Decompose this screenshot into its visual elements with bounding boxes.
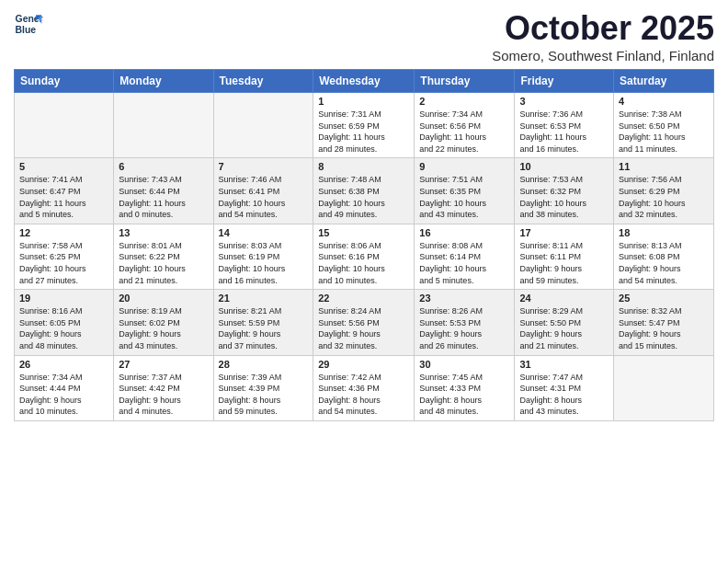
day-info: Sunrise: 8:03 AM Sunset: 6:19 PM Dayligh… <box>219 240 309 286</box>
month-title: October 2025 <box>492 9 714 48</box>
calendar-cell: 24Sunrise: 8:29 AM Sunset: 5:50 PM Dayli… <box>515 290 614 355</box>
calendar-cell <box>213 93 313 158</box>
day-info: Sunrise: 7:43 AM Sunset: 6:44 PM Dayligh… <box>119 174 208 220</box>
day-number: 27 <box>119 359 208 370</box>
calendar-cell: 17Sunrise: 8:11 AM Sunset: 6:11 PM Dayli… <box>515 224 614 289</box>
day-info: Sunrise: 8:08 AM Sunset: 6:14 PM Dayligh… <box>419 240 509 286</box>
header-friday: Friday <box>515 70 614 93</box>
day-number: 12 <box>19 227 108 238</box>
day-info: Sunrise: 8:13 AM Sunset: 6:08 PM Dayligh… <box>619 240 709 286</box>
day-info: Sunrise: 8:21 AM Sunset: 5:59 PM Dayligh… <box>219 305 309 351</box>
day-number: 5 <box>19 161 108 172</box>
day-info: Sunrise: 7:39 AM Sunset: 4:39 PM Dayligh… <box>219 372 309 418</box>
logo-icon: General Blue <box>14 9 43 39</box>
day-number: 17 <box>519 227 609 238</box>
day-number: 10 <box>519 161 609 172</box>
day-number: 4 <box>619 96 709 107</box>
day-number: 23 <box>419 293 509 304</box>
calendar-cell: 12Sunrise: 7:58 AM Sunset: 6:25 PM Dayli… <box>15 224 114 289</box>
day-number: 11 <box>619 161 709 172</box>
day-number: 19 <box>19 293 108 304</box>
day-number: 15 <box>318 227 409 238</box>
day-number: 7 <box>219 161 309 172</box>
calendar-cell: 16Sunrise: 8:08 AM Sunset: 6:14 PM Dayli… <box>415 224 515 289</box>
calendar-cell: 31Sunrise: 7:47 AM Sunset: 4:31 PM Dayli… <box>515 355 614 420</box>
header-monday: Monday <box>114 70 213 93</box>
header-wednesday: Wednesday <box>313 70 415 93</box>
day-info: Sunrise: 7:31 AM Sunset: 6:59 PM Dayligh… <box>318 109 409 155</box>
calendar-cell: 18Sunrise: 8:13 AM Sunset: 6:08 PM Dayli… <box>614 224 714 289</box>
day-number: 14 <box>219 227 309 238</box>
calendar-cell: 22Sunrise: 8:24 AM Sunset: 5:56 PM Dayli… <box>313 290 415 355</box>
calendar-cell <box>114 93 213 158</box>
day-info: Sunrise: 7:53 AM Sunset: 6:32 PM Dayligh… <box>519 174 609 220</box>
day-number: 13 <box>119 227 208 238</box>
day-info: Sunrise: 8:16 AM Sunset: 6:05 PM Dayligh… <box>19 305 108 351</box>
calendar-cell: 29Sunrise: 7:42 AM Sunset: 4:36 PM Dayli… <box>313 355 415 420</box>
day-number: 6 <box>119 161 208 172</box>
calendar-cell: 9Sunrise: 7:51 AM Sunset: 6:35 PM Daylig… <box>415 158 515 224</box>
header-sunday: Sunday <box>15 70 114 93</box>
day-number: 18 <box>619 227 709 238</box>
day-info: Sunrise: 7:48 AM Sunset: 6:38 PM Dayligh… <box>318 174 409 220</box>
day-number: 25 <box>619 293 709 304</box>
day-info: Sunrise: 7:58 AM Sunset: 6:25 PM Dayligh… <box>19 240 108 286</box>
day-number: 21 <box>219 293 309 304</box>
day-info: Sunrise: 8:24 AM Sunset: 5:56 PM Dayligh… <box>318 305 409 351</box>
calendar-cell: 10Sunrise: 7:53 AM Sunset: 6:32 PM Dayli… <box>515 158 614 224</box>
day-info: Sunrise: 7:41 AM Sunset: 6:47 PM Dayligh… <box>19 174 108 220</box>
calendar-cell: 14Sunrise: 8:03 AM Sunset: 6:19 PM Dayli… <box>213 224 313 289</box>
calendar-cell <box>15 93 114 158</box>
day-info: Sunrise: 8:11 AM Sunset: 6:11 PM Dayligh… <box>519 240 609 286</box>
calendar-cell: 30Sunrise: 7:45 AM Sunset: 4:33 PM Dayli… <box>415 355 515 420</box>
week-row-4: 19Sunrise: 8:16 AM Sunset: 6:05 PM Dayli… <box>15 290 714 355</box>
day-info: Sunrise: 8:01 AM Sunset: 6:22 PM Dayligh… <box>119 240 208 286</box>
day-number: 2 <box>419 96 509 107</box>
day-number: 8 <box>318 161 409 172</box>
page-container: General Blue October 2025 Somero, Southw… <box>0 0 728 431</box>
week-row-2: 5Sunrise: 7:41 AM Sunset: 6:47 PM Daylig… <box>15 158 714 224</box>
day-number: 16 <box>419 227 509 238</box>
day-info: Sunrise: 8:19 AM Sunset: 6:02 PM Dayligh… <box>119 305 208 351</box>
day-info: Sunrise: 7:34 AM Sunset: 4:44 PM Dayligh… <box>19 372 108 418</box>
location-subtitle: Somero, Southwest Finland, Finland <box>492 48 714 63</box>
calendar-cell: 11Sunrise: 7:56 AM Sunset: 6:29 PM Dayli… <box>614 158 714 224</box>
day-number: 31 <box>519 359 609 370</box>
header: General Blue October 2025 Somero, Southw… <box>14 9 714 63</box>
day-info: Sunrise: 7:47 AM Sunset: 4:31 PM Dayligh… <box>519 372 609 418</box>
logo: General Blue <box>14 9 43 39</box>
day-info: Sunrise: 8:26 AM Sunset: 5:53 PM Dayligh… <box>419 305 509 351</box>
calendar-cell <box>614 355 714 420</box>
week-row-5: 26Sunrise: 7:34 AM Sunset: 4:44 PM Dayli… <box>15 355 714 420</box>
calendar-cell: 1Sunrise: 7:31 AM Sunset: 6:59 PM Daylig… <box>313 93 415 158</box>
header-thursday: Thursday <box>415 70 515 93</box>
calendar-table: Sunday Monday Tuesday Wednesday Thursday… <box>14 69 714 421</box>
week-row-3: 12Sunrise: 7:58 AM Sunset: 6:25 PM Dayli… <box>15 224 714 289</box>
calendar-cell: 25Sunrise: 8:32 AM Sunset: 5:47 PM Dayli… <box>614 290 714 355</box>
day-info: Sunrise: 7:45 AM Sunset: 4:33 PM Dayligh… <box>419 372 509 418</box>
day-info: Sunrise: 7:37 AM Sunset: 4:42 PM Dayligh… <box>119 372 208 418</box>
calendar-cell: 19Sunrise: 8:16 AM Sunset: 6:05 PM Dayli… <box>15 290 114 355</box>
day-number: 20 <box>119 293 208 304</box>
calendar-cell: 28Sunrise: 7:39 AM Sunset: 4:39 PM Dayli… <box>213 355 313 420</box>
calendar-cell: 7Sunrise: 7:46 AM Sunset: 6:41 PM Daylig… <box>213 158 313 224</box>
day-info: Sunrise: 7:34 AM Sunset: 6:56 PM Dayligh… <box>419 109 509 155</box>
day-number: 22 <box>318 293 409 304</box>
calendar-cell: 6Sunrise: 7:43 AM Sunset: 6:44 PM Daylig… <box>114 158 213 224</box>
calendar-cell: 8Sunrise: 7:48 AM Sunset: 6:38 PM Daylig… <box>313 158 415 224</box>
day-info: Sunrise: 7:42 AM Sunset: 4:36 PM Dayligh… <box>318 372 409 418</box>
weekday-header-row: Sunday Monday Tuesday Wednesday Thursday… <box>15 70 714 93</box>
calendar-cell: 2Sunrise: 7:34 AM Sunset: 6:56 PM Daylig… <box>415 93 515 158</box>
calendar-cell: 5Sunrise: 7:41 AM Sunset: 6:47 PM Daylig… <box>15 158 114 224</box>
day-info: Sunrise: 7:38 AM Sunset: 6:50 PM Dayligh… <box>619 109 709 155</box>
calendar-cell: 27Sunrise: 7:37 AM Sunset: 4:42 PM Dayli… <box>114 355 213 420</box>
day-info: Sunrise: 8:32 AM Sunset: 5:47 PM Dayligh… <box>619 305 709 351</box>
header-saturday: Saturday <box>614 70 714 93</box>
day-info: Sunrise: 7:46 AM Sunset: 6:41 PM Dayligh… <box>219 174 309 220</box>
calendar-cell: 4Sunrise: 7:38 AM Sunset: 6:50 PM Daylig… <box>614 93 714 158</box>
day-number: 28 <box>219 359 309 370</box>
day-number: 1 <box>318 96 409 107</box>
day-info: Sunrise: 7:36 AM Sunset: 6:53 PM Dayligh… <box>519 109 609 155</box>
title-section: October 2025 Somero, Southwest Finland, … <box>492 9 714 63</box>
day-number: 24 <box>519 293 609 304</box>
